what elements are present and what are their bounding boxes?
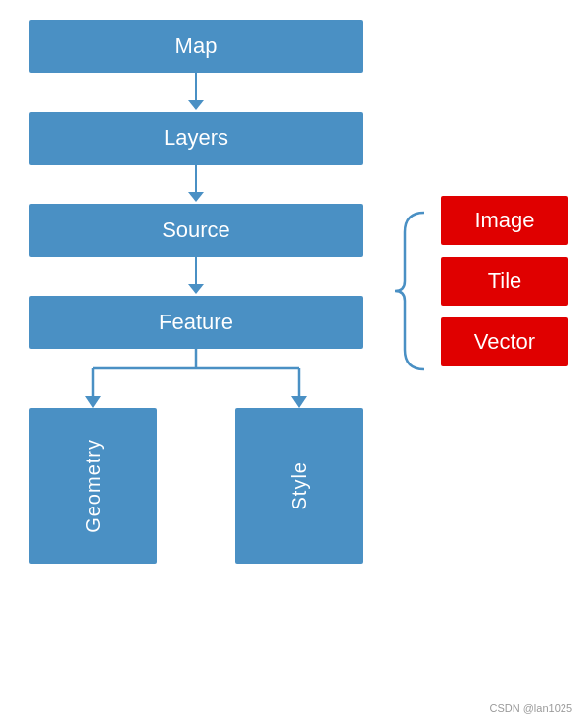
arrow-map-to-layers — [29, 73, 363, 112]
split-arrows-svg — [29, 349, 363, 408]
diagram-container: Map Layers Source Feature Geometry — [29, 20, 363, 705]
map-box: Map — [29, 20, 363, 73]
brace-svg — [390, 208, 429, 374]
image-box: Image — [441, 196, 568, 245]
bottom-boxes: Geometry Style — [29, 408, 363, 564]
source-box: Source — [29, 204, 363, 257]
curly-brace — [390, 208, 429, 374]
split-arrows — [29, 349, 363, 408]
svg-marker-5 — [291, 396, 307, 408]
feature-box: Feature — [29, 296, 363, 349]
arrow-layers-to-source — [29, 165, 363, 204]
svg-marker-4 — [85, 396, 101, 408]
tile-box: Tile — [441, 257, 568, 306]
right-panel: Image Tile Vector — [441, 196, 568, 366]
arrow-source-to-feature — [29, 257, 363, 296]
watermark: CSDN @lan1025 — [489, 702, 572, 714]
geometry-box: Geometry — [29, 408, 157, 564]
layers-box: Layers — [29, 112, 363, 165]
vector-box: Vector — [441, 317, 568, 366]
style-box: Style — [235, 408, 363, 564]
